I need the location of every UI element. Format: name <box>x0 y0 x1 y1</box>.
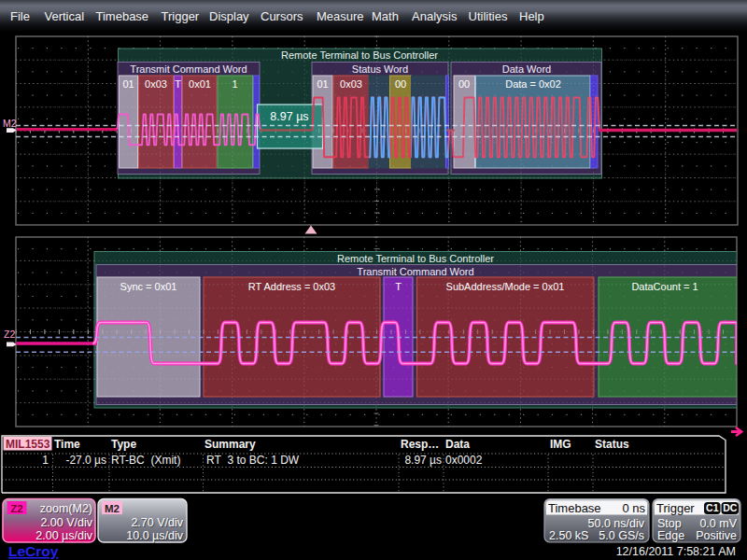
svg-text:Data: Data <box>445 438 470 451</box>
svg-text:Z2: Z2 <box>4 329 15 340</box>
svg-text:Positive: Positive <box>696 529 737 542</box>
svg-text:Cursors: Cursors <box>261 9 303 23</box>
svg-text:50.0 ns/div: 50.0 ns/div <box>588 517 645 530</box>
svg-text:Analysis: Analysis <box>412 9 458 23</box>
svg-text:Status: Status <box>595 438 629 451</box>
svg-text:Remote Terminal to Bus Control: Remote Terminal to Bus Controller <box>281 49 438 61</box>
svg-text:DC: DC <box>723 502 738 513</box>
svg-text:8.97 µs: 8.97 µs <box>270 110 308 123</box>
svg-text:5.0 GS/s: 5.0 GS/s <box>599 529 644 542</box>
svg-text:DataCount = 1: DataCount = 1 <box>631 281 698 292</box>
svg-text:Data Word: Data Word <box>502 63 551 75</box>
svg-text:0 ns: 0 ns <box>622 501 645 515</box>
svg-text:Edge: Edge <box>657 529 684 542</box>
svg-text:Stop: Stop <box>657 517 682 530</box>
svg-text:Trigger: Trigger <box>162 9 200 23</box>
svg-text:T: T <box>395 281 402 292</box>
svg-text:MIL1553: MIL1553 <box>6 438 50 451</box>
svg-text:Math: Math <box>372 9 399 23</box>
svg-text:Z2: Z2 <box>10 503 22 514</box>
svg-text:Summary: Summary <box>204 438 256 451</box>
svg-text:Display: Display <box>209 9 249 23</box>
svg-text:8.97 µs: 8.97 µs <box>404 454 442 467</box>
svg-text:SubAddress/Mode = 0x01: SubAddress/Mode = 0x01 <box>446 281 565 292</box>
svg-text:00: 00 <box>395 78 406 90</box>
svg-text:1: 1 <box>232 78 237 90</box>
svg-text:0.0 mV: 0.0 mV <box>699 517 737 530</box>
svg-text:01: 01 <box>122 78 134 90</box>
svg-text:Type: Type <box>111 438 136 451</box>
svg-text:-27.0 µs: -27.0 µs <box>65 454 106 467</box>
svg-text:Trigger: Trigger <box>656 501 695 515</box>
svg-text:Timebase: Timebase <box>548 501 601 515</box>
svg-text:LeCroy: LeCroy <box>8 543 59 559</box>
svg-text:1: 1 <box>42 454 49 467</box>
svg-text:2.50 kS: 2.50 kS <box>549 529 588 542</box>
svg-text:2.00 µs/div: 2.00 µs/div <box>35 529 92 542</box>
svg-text:M2: M2 <box>3 118 17 129</box>
svg-text:Transmit Command Word: Transmit Command Word <box>357 266 473 277</box>
svg-text:Vertical: Vertical <box>45 9 85 23</box>
svg-text:Resp…: Resp… <box>401 438 439 451</box>
svg-text:Utilities: Utilities <box>469 9 508 23</box>
svg-text:RT-BC (Xmit): RT-BC (Xmit) <box>111 454 180 467</box>
svg-text:Status Word: Status Word <box>352 63 408 75</box>
svg-text:0x03: 0x03 <box>340 78 362 90</box>
svg-text:Time: Time <box>54 438 80 451</box>
svg-text:0x01: 0x01 <box>189 78 211 90</box>
svg-text:Remote Terminal to Bus Control: Remote Terminal to Bus Controller <box>337 253 494 264</box>
svg-text:Help: Help <box>519 9 544 23</box>
svg-text:01: 01 <box>317 78 328 90</box>
svg-text:zoom(M2): zoom(M2) <box>40 502 92 515</box>
svg-text:File: File <box>10 9 30 23</box>
svg-text:Transmit Command Word: Transmit Command Word <box>130 63 247 75</box>
svg-text:Sync = 0x01: Sync = 0x01 <box>120 281 177 292</box>
svg-text:C1: C1 <box>706 502 719 513</box>
svg-text:10.0 µs/div: 10.0 µs/div <box>126 529 183 542</box>
svg-text:Timebase: Timebase <box>96 9 149 23</box>
svg-text:RT Address = 0x03: RT Address = 0x03 <box>248 281 335 292</box>
svg-text:Measure: Measure <box>317 9 364 23</box>
svg-text:M2: M2 <box>105 503 120 514</box>
svg-text:RT 3 to BC: 1 DW: RT 3 to BC: 1 DW <box>206 454 300 467</box>
svg-text:2.00 V/div: 2.00 V/div <box>40 516 92 529</box>
svg-text:IMG: IMG <box>550 438 571 451</box>
svg-text:12/16/2011 7:58:21 AM: 12/16/2011 7:58:21 AM <box>616 545 736 558</box>
svg-text:0x0002: 0x0002 <box>445 454 483 467</box>
svg-text:2.70 V/div: 2.70 V/div <box>131 516 183 529</box>
